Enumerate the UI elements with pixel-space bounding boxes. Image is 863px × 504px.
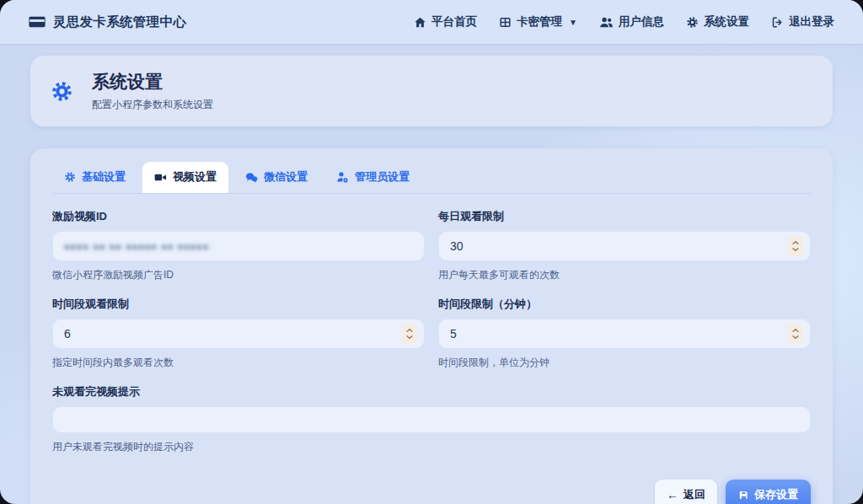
nav-item-cards[interactable]: 卡密管理 ▼ [499, 14, 577, 29]
arrow-left-icon: ← [667, 489, 678, 501]
redacted-value: ■■■■ ■■ ■■ ■■■■■ ■■ ■■■■■ [64, 242, 209, 251]
daily-view-limit-input[interactable] [438, 231, 811, 261]
grid-icon [499, 16, 512, 29]
chevron-down-icon: ▼ [569, 18, 577, 27]
settings-tabs: 基础设置 视频设置 [52, 162, 811, 194]
nav-item-label: 用户信息 [619, 14, 664, 29]
users-icon [599, 16, 614, 29]
brand-title: 灵思发卡系统管理中心 [53, 13, 186, 31]
back-button-label: 返回 [683, 487, 705, 502]
gear-icon [686, 16, 699, 29]
gear-icon [64, 171, 76, 183]
credit-card-icon [29, 13, 46, 30]
field-unfinished-video-tip: 未观看完视频提示 用户未观看完视频时的提示内容 [52, 384, 811, 454]
nav-item-label: 系统设置 [704, 14, 749, 29]
field-label: 时间段限制（分钟） [438, 297, 811, 312]
save-button-label: 保存设置 [754, 487, 798, 502]
nav-item-settings[interactable]: 系统设置 [686, 14, 749, 29]
input-wrap [438, 319, 811, 349]
period-minutes-input[interactable] [438, 319, 811, 349]
nav-item-home[interactable]: 平台首页 [414, 14, 477, 29]
app-window: 灵思发卡系统管理中心 平台首页 卡密管理 ▼ [0, 0, 863, 504]
field-label: 时间段观看限制 [52, 297, 425, 312]
brand[interactable]: 灵思发卡系统管理中心 [29, 13, 186, 31]
tab-label: 基础设置 [82, 169, 126, 185]
number-stepper[interactable] [788, 237, 802, 256]
field-label: 每日观看限制 [438, 209, 811, 224]
video-camera-icon [154, 172, 167, 183]
tab-label: 管理员设置 [355, 169, 410, 185]
field-hint: 时间段限制，单位为分钟 [438, 356, 811, 370]
tab-basic-settings[interactable]: 基础设置 [52, 162, 137, 193]
home-icon [414, 16, 426, 29]
field-label: 激励视频ID [52, 209, 425, 224]
field-hint: 微信小程序激励视频广告ID [52, 268, 425, 282]
field-label: 未观看完视频提示 [52, 384, 811, 399]
nav-item-label: 卡密管理 [517, 14, 562, 29]
back-button[interactable]: ← 返回 [655, 480, 717, 504]
wechat-icon [245, 172, 258, 183]
field-hint: 用户每天最多可观看的次数 [438, 268, 811, 282]
field-reward-video-id: 激励视频ID ■■■■ ■■ ■■ ■■■■■ ■■ ■■■■■ 微信小程序激励… [52, 209, 425, 282]
top-navbar: 灵思发卡系统管理中心 平台首页 卡密管理 ▼ [0, 0, 863, 44]
field-period-view-limit: 时间段观看限制 指定时间段内最多观看次数 [52, 297, 425, 370]
nav-item-logout[interactable]: 退出登录 [771, 14, 834, 29]
field-hint: 用户未观看完视频时的提示内容 [52, 440, 811, 454]
header-texts: 系统设置 配置小程序参数和系统设置 [92, 70, 213, 112]
tab-admin-settings[interactable]: 管理员设置 [324, 162, 421, 193]
admin-user-icon [336, 171, 349, 183]
number-stepper[interactable] [788, 324, 802, 344]
unfinished-video-tip-input[interactable] [52, 406, 811, 433]
page-subtitle: 配置小程序参数和系统设置 [92, 98, 213, 112]
logout-icon [771, 16, 784, 29]
field-period-minutes: 时间段限制（分钟） 时间段限制，单位为分钟 [438, 297, 811, 370]
floppy-disk-icon [738, 490, 749, 501]
nav-item-label: 退出登录 [789, 14, 834, 29]
page-title: 系统设置 [92, 70, 213, 94]
tab-video-settings[interactable]: 视频设置 [142, 162, 228, 193]
nav-item-users[interactable]: 用户信息 [599, 14, 664, 29]
period-view-limit-input[interactable] [52, 319, 425, 349]
page-header-card: 系统设置 配置小程序参数和系统设置 [30, 56, 833, 126]
field-daily-view-limit: 每日观看限制 用户每天最多可观看的次数 [438, 209, 811, 282]
reward-video-id-input[interactable]: ■■■■ ■■ ■■ ■■■■■ ■■ ■■■■■ [52, 231, 425, 261]
settings-card: 基础设置 视频设置 [30, 148, 833, 504]
tab-wechat-settings[interactable]: 微信设置 [233, 162, 319, 193]
form-actions: ← 返回 保存设置 [52, 480, 811, 504]
save-settings-button[interactable]: 保存设置 [726, 480, 811, 504]
input-wrap [52, 319, 425, 349]
video-settings-form: 激励视频ID ■■■■ ■■ ■■ ■■■■■ ■■ ■■■■■ 微信小程序激励… [52, 209, 811, 454]
tab-label: 微信设置 [264, 169, 308, 185]
tab-label: 视频设置 [173, 169, 217, 185]
gear-icon [51, 80, 73, 103]
nav-item-label: 平台首页 [432, 14, 477, 29]
nav-items: 平台首页 卡密管理 ▼ [414, 14, 834, 29]
input-wrap [438, 231, 811, 261]
number-stepper[interactable] [402, 324, 416, 344]
field-hint: 指定时间段内最多观看次数 [52, 356, 425, 370]
